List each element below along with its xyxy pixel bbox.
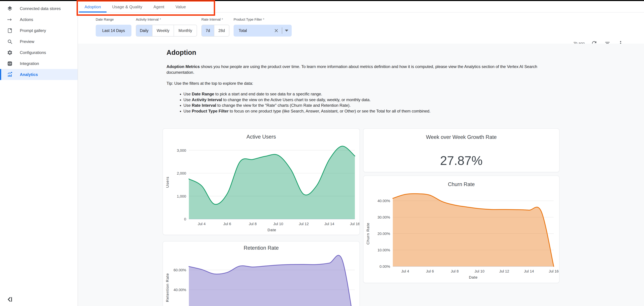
card-wow-growth: Week over Week Growth Rate27.87%: [363, 128, 560, 172]
svg-text:Users: Users: [165, 177, 170, 188]
sidebar-item-integration[interactable]: Integration: [0, 58, 78, 69]
svg-text:Date: Date: [268, 228, 276, 232]
svg-text:Date: Date: [469, 275, 478, 280]
filter-bar: Date Range Last 14 Days Activity Interva…: [78, 12, 644, 44]
sidebar-item-label: Analytics: [20, 72, 38, 77]
product-type-select[interactable]: Total: [234, 25, 292, 36]
card-retention-rate: Retention Rate60.00%40.00%Retention Rate: [162, 241, 360, 306]
tab-agent[interactable]: Agent: [148, 1, 170, 12]
rate-interval-option-28d[interactable]: 28d: [214, 25, 229, 36]
chip-divider: [282, 27, 282, 34]
activity-interval-filter: Activity Interval* DailyWeeklyMonthly: [136, 17, 197, 36]
tab-label: Agent: [154, 4, 164, 9]
sidebar-item-label: Connected data stores: [20, 6, 61, 11]
svg-text:Jul 10: Jul 10: [474, 269, 484, 273]
main-area: AdoptionUsage & QualityAgentValue Date R…: [78, 1, 644, 306]
svg-text:Jul 6: Jul 6: [223, 222, 231, 226]
date-range-label: Date Range: [96, 17, 132, 22]
sidebar-item-preview[interactable]: Preview: [0, 36, 78, 47]
configurations-icon: [6, 49, 13, 56]
prompt-gallery-icon: [6, 27, 13, 34]
product-type-filter-label: Product Type Filter*: [234, 17, 292, 22]
dropdown-arrow-icon[interactable]: [285, 30, 288, 32]
sidebar-item-label: Prompt gallery: [20, 28, 46, 33]
svg-text:Churn Rate: Churn Rate: [366, 223, 370, 245]
rate-interval-option-7d[interactable]: 7d: [202, 25, 214, 36]
svg-text:Jul 10: Jul 10: [273, 222, 283, 226]
svg-text:40.00%: 40.00%: [174, 288, 186, 292]
sidebar-item-prompt-gallery[interactable]: Prompt gallery: [0, 25, 78, 36]
tab-adoption[interactable]: Adoption: [79, 1, 106, 12]
svg-text:10.00%: 10.00%: [378, 248, 390, 252]
svg-text:3,000: 3,000: [177, 148, 186, 153]
actions-icon: [6, 16, 13, 23]
analytics-icon: [6, 71, 13, 78]
svg-text:Jul 8: Jul 8: [451, 269, 458, 273]
sidebar-item-label: Preview: [20, 39, 34, 44]
clear-filter-icon[interactable]: [274, 28, 279, 33]
vertex-ai-analytics-page: Connected data storesActionsPrompt galle…: [0, 0, 644, 306]
window-top-edge: [0, 0, 644, 1]
sidebar-item-label: Integration: [20, 61, 39, 66]
chart-plot-churn-rate[interactable]: 0.00%10.00%20.00%30.00%40.00%Jul 4Jul 6J…: [364, 176, 560, 283]
sidebar-item-label: Configurations: [20, 50, 46, 55]
date-range-button[interactable]: Last 14 Days: [96, 25, 132, 36]
product-type-filter: Product Type Filter* Total: [234, 17, 292, 36]
preview-icon: [6, 38, 13, 45]
tab-label: Adoption: [84, 4, 101, 9]
svg-text:2,000: 2,000: [177, 171, 186, 175]
tab-usage-quality[interactable]: Usage & Quality: [106, 1, 148, 12]
card-active-users: Active Users01,0002,0003,000Jul 4Jul 6Ju…: [162, 128, 360, 235]
svg-text:60.00%: 60.00%: [174, 268, 186, 272]
svg-text:Jul 16: Jul 16: [350, 222, 360, 226]
svg-text:Jul 12: Jul 12: [499, 269, 509, 273]
chart-title: Week over Week Growth Rate: [364, 134, 559, 140]
data-stores-icon: [6, 5, 13, 12]
tab-value[interactable]: Value: [170, 1, 192, 12]
list-item: Use Activity Interval to change the view…: [184, 97, 644, 103]
card-churn-rate: Churn Rate0.00%10.00%20.00%30.00%40.00%J…: [363, 175, 560, 283]
sidebar-item-configurations[interactable]: Configurations: [0, 47, 78, 58]
svg-text:0: 0: [184, 217, 186, 221]
svg-text:0.00%: 0.00%: [380, 264, 390, 269]
sidebar-item-label: Actions: [20, 17, 33, 22]
adoption-dashboard: Adoption Adoption Metrics shows you how …: [78, 44, 644, 306]
tab-label: Value: [176, 4, 186, 9]
list-item: Use Product Type Filter to focus on one …: [184, 108, 644, 114]
svg-text:Jul 6: Jul 6: [426, 269, 434, 273]
tip-text: Tip: Use the filters at the top to explo…: [166, 81, 644, 86]
svg-text:Jul 16: Jul 16: [549, 269, 559, 273]
svg-text:Jul 4: Jul 4: [401, 269, 409, 273]
activity-interval-segmented: DailyWeeklyMonthly: [136, 25, 197, 36]
svg-text:20.00%: 20.00%: [378, 232, 390, 236]
rate-interval-label: Rate Interval*: [202, 17, 229, 22]
filter-tips-list: Use Date Range to pick a start and end d…: [166, 91, 644, 114]
rate-interval-segmented: 7d28d: [202, 25, 229, 36]
chart-plot-retention-rate[interactable]: 60.00%40.00%Retention Rate: [163, 242, 360, 306]
integration-icon: [6, 60, 13, 67]
collapse-panel-icon[interactable]: [6, 296, 14, 303]
date-range-filter: Date Range Last 14 Days: [96, 17, 132, 36]
activity-interval-option-monthly[interactable]: Monthly: [174, 25, 197, 36]
sidebar-item-actions[interactable]: Actions: [0, 14, 78, 25]
activity-interval-option-daily[interactable]: Daily: [136, 25, 152, 36]
tab-label: Usage & Quality: [112, 4, 142, 9]
activity-interval-option-weekly[interactable]: Weekly: [152, 25, 174, 36]
svg-text:30.00%: 30.00%: [378, 215, 390, 219]
svg-text:Jul 14: Jul 14: [524, 269, 534, 273]
svg-text:40.00%: 40.00%: [378, 199, 390, 203]
svg-text:Retention Rate: Retention Rate: [165, 273, 170, 302]
chart-plot-active-users[interactable]: 01,0002,0003,000Jul 4Jul 6Jul 8Jul 10Jul…: [163, 129, 360, 235]
stat-value: 27.87%: [364, 153, 559, 168]
svg-text:Jul 8: Jul 8: [249, 222, 256, 226]
sidebar: Connected data storesActionsPrompt galle…: [0, 1, 78, 306]
page-title: Adoption: [166, 49, 644, 56]
rate-interval-filter: Rate Interval* 7d28d: [202, 17, 229, 36]
list-item: Use Rate Interval to change the view for…: [184, 103, 644, 108]
tab-bar: AdoptionUsage & QualityAgentValue: [78, 1, 644, 12]
svg-text:Jul 14: Jul 14: [324, 222, 334, 226]
sidebar-item-analytics[interactable]: Analytics: [0, 69, 78, 80]
activity-interval-label: Activity Interval*: [136, 17, 197, 22]
svg-text:Jul 12: Jul 12: [299, 222, 309, 226]
sidebar-item-connected-data-stores[interactable]: Connected data stores: [0, 3, 78, 14]
